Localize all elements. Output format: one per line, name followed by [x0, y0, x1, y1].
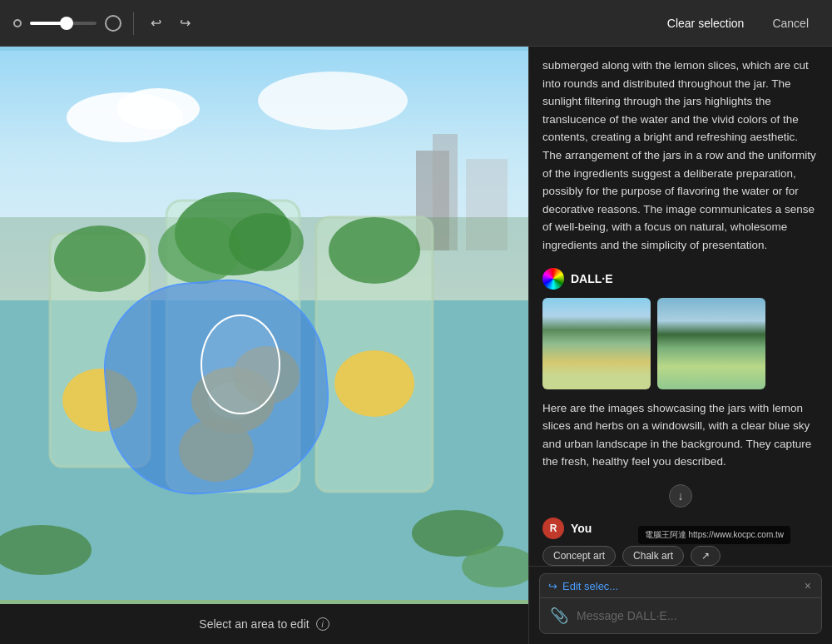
attach-button[interactable]: 📎 [548, 605, 570, 627]
chat-panel: submerged along with the lemon slices, w… [528, 47, 832, 644]
thumbnail-2[interactable] [657, 298, 765, 389]
svg-point-3 [116, 88, 200, 130]
chat-input-area: ↪ Edit selec... × 📎 [529, 566, 832, 644]
brush-size-small [13, 19, 22, 27]
watermark-overlay: 電腦王阿達 https://www.kocpc.com.tw [638, 526, 790, 544]
toolbar-center: Clear selection [659, 12, 753, 35]
description-text: submerged along with the lemon slices, w… [542, 57, 819, 255]
toolbar: ↩ ↪ Clear selection Cancel [0, 0, 832, 47]
image-thumbnails [542, 298, 819, 389]
svg-point-15 [233, 346, 300, 404]
edit-selection-icon: ↪ [548, 580, 557, 592]
edit-selection-text: Edit selec... [562, 580, 618, 592]
info-icon: i [316, 617, 329, 631]
dalle-message: Here are the images showcasing the jars … [542, 399, 819, 471]
close-edit-button[interactable]: × [803, 579, 813, 592]
you-name-label: You [571, 522, 592, 535]
toolbar-right: Cancel [762, 12, 819, 35]
brush-size-large [105, 15, 121, 32]
svg-point-14 [179, 419, 254, 482]
image-footer: Select an area to edit i [0, 604, 528, 644]
dalle-avatar [542, 268, 564, 290]
scroll-down-button[interactable]: ↓ [669, 484, 692, 508]
chip-concept-art[interactable]: Concept art [542, 546, 616, 566]
chip-chalk-art[interactable]: Chalk art [622, 546, 684, 566]
main-content: Select an area to edit i submerged along… [0, 47, 832, 644]
image-container[interactable] [0, 47, 528, 604]
svg-point-4 [258, 72, 408, 130]
svg-point-19 [229, 213, 304, 271]
you-avatar: R [542, 518, 564, 539]
main-image [0, 47, 528, 604]
dalle-header: DALL·E [542, 268, 819, 290]
message-input[interactable] [577, 609, 813, 622]
chip-arrow[interactable]: ↗ [691, 546, 721, 566]
scroll-down-container: ↓ [542, 484, 819, 508]
divider [133, 12, 134, 35]
svg-point-22 [334, 350, 414, 417]
message-input-row: 📎 [539, 597, 822, 634]
dalle-section: DALL·E Here are the images showcasing th… [542, 268, 819, 471]
edit-selection-row: ↪ Edit selec... × [539, 573, 822, 597]
brush-size-slider[interactable] [30, 22, 97, 25]
cancel-button[interactable]: Cancel [762, 12, 819, 35]
toolbar-left: ↩ ↪ [13, 12, 649, 35]
image-panel: Select an area to edit i [0, 47, 528, 644]
undo-button[interactable]: ↩ [146, 12, 166, 34]
select-area-label: Select an area to edit [199, 617, 309, 631]
image-svg [0, 47, 528, 604]
redo-button[interactable]: ↪ [175, 12, 196, 34]
dalle-name-label: DALL·E [571, 272, 613, 285]
clear-selection-button[interactable]: Clear selection [659, 12, 753, 35]
svg-point-20 [54, 225, 146, 292]
svg-point-21 [329, 217, 420, 284]
svg-point-18 [158, 217, 241, 284]
suggestion-chips: Concept art Chalk art ↗ [542, 546, 819, 566]
thumbnail-1[interactable] [542, 298, 651, 389]
svg-point-16 [62, 369, 137, 432]
chat-messages[interactable]: submerged along with the lemon slices, w… [529, 47, 832, 566]
